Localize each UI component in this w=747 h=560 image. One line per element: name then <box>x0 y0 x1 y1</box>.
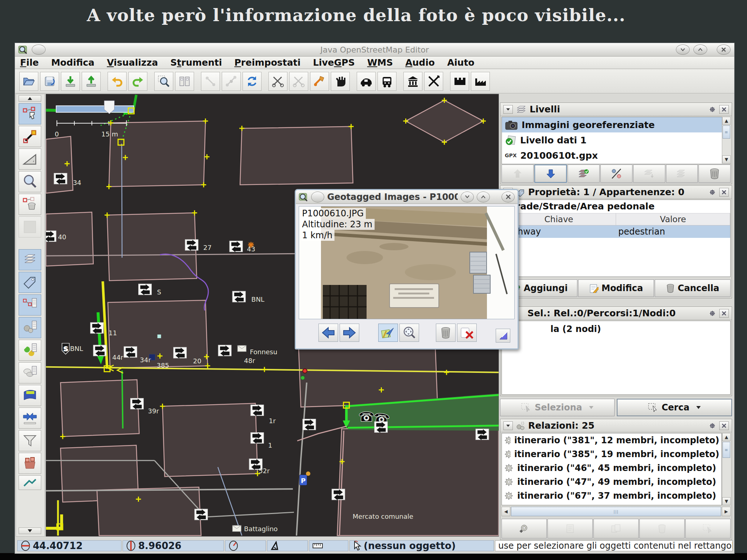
cerca-button[interactable]: Cerca <box>617 399 732 416</box>
layer-row-data-layer[interactable]: Livello dati 1 <box>502 132 730 148</box>
car-preset-button[interactable] <box>357 72 376 91</box>
layer-opacity-button[interactable] <box>600 165 632 183</box>
column-key[interactable]: Chiave <box>502 213 616 225</box>
undo-button[interactable] <box>108 72 127 91</box>
layers-panel-collapse-button[interactable] <box>503 105 513 114</box>
toggle-layers-panel[interactable] <box>19 249 41 270</box>
toggle-merge-panel[interactable] <box>19 408 41 429</box>
seleziona-button[interactable]: Seleziona <box>500 399 615 416</box>
scroll-right-icon[interactable]: ▶ <box>722 507 731 516</box>
relations-hscrollbar[interactable]: ◀ ||| ▶ <box>502 507 731 516</box>
layer-activate-button[interactable] <box>568 165 600 183</box>
relation-row[interactable]: itinerario ("67", 37 membri, incompleto) <box>502 489 721 503</box>
dialog-titlebar[interactable]: Geotagged Images - P100061... <box>296 190 518 204</box>
sync-button[interactable] <box>243 72 262 91</box>
redo-button[interactable] <box>128 72 147 91</box>
toggle-dialogs-button[interactable] <box>175 72 194 91</box>
pin-icon[interactable] <box>708 105 716 113</box>
toggle-selection-panel[interactable] <box>19 294 41 316</box>
toolbar-scroll-up[interactable] <box>19 95 41 102</box>
window-titlebar[interactable]: Java OpenStreetMap Editor <box>15 43 734 57</box>
scroll-up-icon[interactable]: ▲ <box>722 433 731 441</box>
menu-aiuto[interactable]: Aiuto <box>447 57 475 68</box>
layers-panel-close-button[interactable] <box>719 105 729 114</box>
layer-row-gpx[interactable]: GPX 20100610t.gpx <box>502 148 730 163</box>
zoom-slider[interactable] <box>56 101 134 114</box>
dialog-menu-button[interactable] <box>311 192 324 202</box>
pan-button[interactable] <box>331 72 350 91</box>
menu-preimpostati[interactable]: Preimpostati <box>235 57 301 68</box>
orthogonalize-button[interactable] <box>310 72 329 91</box>
relation-row[interactable]: itinerario ("381", 12 membri, incompleto… <box>502 433 721 447</box>
pin-icon[interactable] <box>708 188 716 196</box>
layer-move-up-button[interactable] <box>502 165 534 183</box>
reverse-way-button[interactable] <box>289 72 308 91</box>
layer-move-down-button[interactable] <box>534 165 567 183</box>
zoom-selection-button[interactable] <box>154 72 173 91</box>
menu-file[interactable]: File <box>20 57 39 68</box>
center-view-button[interactable] <box>378 324 398 342</box>
castle-preset-button[interactable] <box>450 72 469 91</box>
relation-row[interactable]: itinerario ("46", 45 membri, incompleto) <box>502 461 721 475</box>
scroll-up-icon[interactable]: ▲ <box>722 117 731 125</box>
relation-row[interactable]: itinerario ("47", 49 membri, incompleto) <box>502 475 721 489</box>
remove-from-disk-button[interactable] <box>457 324 477 342</box>
dialog-minimize-button[interactable] <box>461 192 474 202</box>
bus-preset-button[interactable] <box>378 72 396 91</box>
tool-zoom[interactable] <box>19 171 41 192</box>
layer-delete-button[interactable] <box>698 165 731 183</box>
menu-audio[interactable]: Audio <box>405 57 435 68</box>
toggle-relations-panel[interactable] <box>19 317 41 338</box>
tool-delete[interactable] <box>19 194 41 215</box>
preset-label[interactable]: Strade/Strade/Area pedonale <box>502 200 730 213</box>
dialog-resize-button[interactable] <box>496 329 510 343</box>
add-relation-button[interactable] <box>502 519 547 538</box>
tool-draw-node[interactable] <box>19 126 41 147</box>
toggle-filter-panel[interactable] <box>19 430 41 451</box>
menu-visualizza[interactable]: Visualizza <box>107 57 158 68</box>
column-value[interactable]: Valore <box>616 213 730 225</box>
layers-scrollbar[interactable]: ▲ ≡ ▼ <box>722 117 731 163</box>
menu-livegps[interactable]: LiveGPS <box>313 57 355 68</box>
layer-row-georeferenced-images[interactable]: Immagini georeferenziate <box>502 117 730 132</box>
pin-icon[interactable] <box>708 309 716 317</box>
menu-modifica[interactable]: Modifica <box>51 57 94 68</box>
delete-relation-button[interactable] <box>639 519 685 538</box>
tool-measure[interactable] <box>19 148 41 170</box>
toggle-validator-panel[interactable] <box>19 362 41 383</box>
dialog-close-button[interactable] <box>502 192 515 202</box>
edit-relation-button[interactable] <box>547 519 593 538</box>
relations-vscrollbar[interactable]: ▲ ≡ ▼ <box>722 433 731 505</box>
scroll-down-icon[interactable]: ▼ <box>722 497 731 505</box>
zoom-best-fit-button[interactable] <box>399 324 419 342</box>
restaurant-preset-button[interactable] <box>424 72 443 91</box>
relations-collapse-button[interactable] <box>503 421 513 430</box>
delete-photo-button[interactable] <box>436 324 456 342</box>
toggle-mapstyle-panel[interactable] <box>19 475 41 490</box>
museum-preset-button[interactable] <box>403 72 422 91</box>
relation-row[interactable]: itinerario ("385", 19 membri, incompleto… <box>502 447 721 461</box>
duplicate-relation-button[interactable] <box>593 519 639 538</box>
menu-strumenti[interactable]: Strumenti <box>170 57 222 68</box>
select-relation-button[interactable] <box>685 519 731 538</box>
pin-icon[interactable] <box>708 422 716 430</box>
toolbar-scroll-down[interactable] <box>19 528 41 534</box>
toggle-conflicts-panel[interactable] <box>19 340 41 361</box>
toggle-properties-panel[interactable] <box>19 272 41 293</box>
open-button[interactable] <box>19 72 38 91</box>
split-way-button[interactable] <box>222 72 241 91</box>
upload-button[interactable] <box>82 72 101 91</box>
geotagged-images-dialog[interactable]: Geotagged Images - P100061... <box>295 189 519 349</box>
layer-merge-button[interactable] <box>666 165 698 183</box>
save-button[interactable] <box>40 72 59 91</box>
scroll-left-icon[interactable]: ◀ <box>502 507 510 516</box>
property-row[interactable]: highway pedestrian <box>502 225 730 238</box>
download-button[interactable] <box>61 72 80 91</box>
delete-property-button[interactable]: Cancella <box>655 279 731 297</box>
factory-preset-button[interactable] <box>471 72 490 91</box>
previous-photo-button[interactable] <box>318 324 338 342</box>
layer-duplicate-button[interactable] <box>633 165 665 183</box>
selection-close-button[interactable] <box>719 309 729 318</box>
tool-select[interactable] <box>19 103 41 124</box>
toggle-changeset-panel[interactable] <box>19 453 41 474</box>
